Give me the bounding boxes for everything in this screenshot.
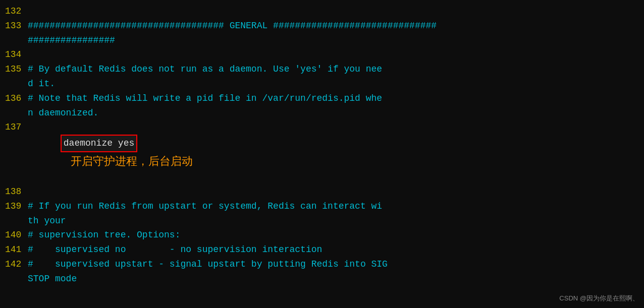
code-block: 132 133 ################################…: [0, 0, 644, 290]
line-140: 140 # supervision tree. Options:: [0, 228, 644, 242]
line-number-135: 135: [0, 62, 28, 77]
line-132: 132: [0, 4, 644, 19]
line-137: 137 daemonize yes 开启守护进程，后台启动: [0, 120, 644, 184]
line-number-132: 132: [0, 4, 28, 19]
line-number-136: 136: [0, 91, 28, 106]
annotation-137: 开启守护进程，后台启动: [71, 155, 193, 167]
daemonize-highlight: daemonize yes: [61, 135, 137, 152]
line-content-137: daemonize yes 开启守护进程，后台启动: [28, 120, 644, 184]
line-134: 134: [0, 47, 644, 62]
line-content-141: # supervised no - no supervision interac…: [28, 242, 644, 257]
line-141: 141 # supervised no - no supervision int…: [0, 242, 644, 257]
line-number-133: 133: [0, 19, 28, 33]
line-136: 136 # Note that Redis will write a pid f…: [0, 91, 644, 120]
line-133: 133 ####################################…: [0, 19, 644, 48]
line-number-142: 142: [0, 257, 28, 272]
line-142: 142 # supervised upstart - signal upstar…: [0, 257, 644, 286]
line-139: 139 # If you run Redis from upstart or s…: [0, 199, 644, 228]
line-content-136: # Note that Redis will write a pid file …: [28, 91, 644, 120]
line-138: 138: [0, 184, 644, 199]
line-number-134: 134: [0, 47, 28, 62]
line-content-142: # supervised upstart - signal upstart by…: [28, 257, 644, 286]
line-number-141: 141: [0, 242, 28, 257]
line-content-140: # supervision tree. Options:: [28, 228, 644, 242]
line-number-137: 137: [0, 120, 28, 135]
watermark: CSDN @因为你是在熙啊、: [559, 293, 639, 304]
line-number-139: 139: [0, 199, 28, 214]
line-content-139: # If you run Redis from upstart or syste…: [28, 199, 644, 228]
line-number-138: 138: [0, 184, 28, 199]
line-135: 135 # By default Redis does not run as a…: [0, 62, 644, 91]
line-content-133: #################################### GEN…: [28, 19, 644, 48]
line-content-135: # By default Redis does not run as a dae…: [28, 62, 644, 91]
line-number-140: 140: [0, 228, 28, 242]
